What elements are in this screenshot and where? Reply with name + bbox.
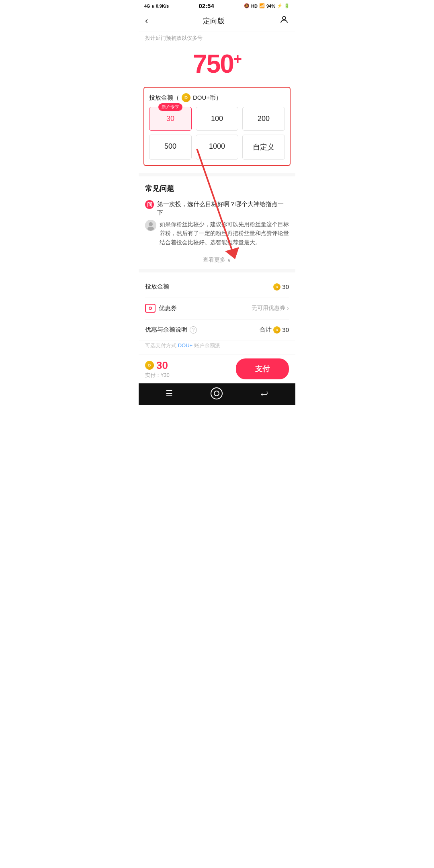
summary-amount-number: 30: [282, 283, 289, 290]
coupon-label: 优惠券: [145, 304, 177, 313]
time-display: 02:54: [199, 2, 214, 9]
page-title: 定向版: [203, 16, 225, 26]
dou-icon-bottom: [145, 361, 154, 370]
faq-question: 问 第一次投，选什么目标好啊？哪个大神给指点一下: [145, 200, 289, 217]
chevron-down-icon: ∨: [227, 257, 231, 263]
divider-2: [139, 269, 295, 272]
back-button[interactable]: ‹: [145, 16, 148, 26]
menu-icon[interactable]: ☰: [166, 389, 173, 398]
pay-button[interactable]: 支付: [236, 358, 289, 379]
coupon-row[interactable]: 优惠券 无可用优惠券 ›: [145, 297, 289, 319]
battery-icon: ⚡: [277, 3, 283, 8]
svg-point-0: [283, 16, 286, 20]
faq-question-text: 第一次投，选什么目标好啊？哪个大神给指点一下: [157, 200, 289, 217]
big-number-row: 750+: [139, 43, 295, 87]
amount-section: 投放金额（ DOU+币） 新户专享 30 100 200 500 1000 自定…: [143, 87, 291, 166]
amount-value-1000: 1000: [209, 142, 225, 150]
subtitle-text: 投计延门预初效以仪多号: [145, 35, 203, 41]
see-more-text: 查看更多: [203, 256, 225, 264]
coupon-icon-inner: [149, 307, 152, 310]
coupon-value: 无可用优惠券 ›: [252, 305, 289, 312]
amount-label: 投放金额（ DOU+币）: [149, 93, 285, 102]
answer-avatar: [145, 220, 156, 231]
faq-answer: 如果你粉丝比较少，建议你可以先用粉丝量这个目标养粉，然后有了一定的粉丝再把粉丝量…: [145, 220, 289, 247]
amount-value-100: 100: [211, 115, 223, 123]
amount-option-1000[interactable]: 1000: [196, 135, 238, 160]
profile-button[interactable]: [279, 15, 289, 27]
discount-number: 30: [282, 326, 289, 333]
nav-bar: ‹ 定向版: [139, 11, 295, 31]
question-badge: 问: [145, 200, 154, 209]
bottom-price-sub: 实付：¥30: [145, 372, 170, 379]
bottom-price-main: 30: [145, 359, 170, 372]
dou-coin-icon: [182, 93, 190, 102]
home-bar: ☰ ⮐: [139, 383, 295, 405]
signal-text: 4G: [144, 4, 150, 8]
coupon-label-text: 优惠券: [159, 305, 177, 312]
speed-text: 0.9K/s: [156, 4, 169, 8]
coupon-value-text: 无可用优惠券: [252, 305, 285, 312]
help-icon[interactable]: ?: [190, 326, 197, 334]
svg-point-3: [147, 227, 154, 231]
amount-option-30[interactable]: 新户专享 30: [149, 107, 192, 131]
amount-option-100[interactable]: 100: [196, 107, 238, 131]
amount-value-200: 200: [258, 115, 270, 123]
faq-title: 常见问题: [145, 184, 289, 193]
summary-amount-row: 投放金额 30: [145, 276, 289, 297]
dou-icon-small: [273, 283, 280, 291]
dou-link[interactable]: DOU+: [178, 342, 192, 348]
faq-item-1: 问 第一次投，选什么目标好啊？哪个大神给指点一下 如果你粉丝比较少，建议你可以先…: [145, 200, 289, 247]
amount-value-30: 30: [166, 115, 174, 123]
home-icon[interactable]: [211, 387, 223, 399]
subtitle-row: 投计延门预初效以仪多号: [139, 31, 295, 43]
big-number: 750+: [193, 49, 241, 78]
summary-amount-value: 30: [273, 283, 289, 291]
hd-label: HD: [251, 4, 258, 8]
coupon-icon: [145, 304, 156, 313]
summary-amount-label: 投放金额: [145, 283, 169, 291]
discount-row: 优惠与余额说明 ? 合计 30: [145, 319, 289, 340]
see-more-button[interactable]: 查看更多 ∨: [145, 252, 289, 265]
amount-value-custom: 自定义: [253, 143, 274, 151]
faq-section: 常见问题 问 第一次投，选什么目标好啊？哪个大神给指点一下 如果你粉丝比较少，建…: [139, 176, 295, 269]
dou-icon-discount: [273, 326, 280, 334]
amount-grid: 新户专享 30 100 200 500 1000 自定义: [149, 107, 285, 160]
bottom-bar: 30 实付：¥30 支付: [139, 354, 295, 383]
amount-option-custom[interactable]: 自定义: [242, 135, 285, 160]
svg-point-2: [149, 222, 153, 226]
discount-label-text: 优惠与余额说明: [145, 326, 187, 334]
summary-section: 投放金额 30 优惠券 无可用优惠券 › 优惠与余额说明 ? 合计 30: [139, 272, 295, 340]
bottom-hint: 可选支付方式 DOU+ 账户余额派: [139, 340, 295, 354]
discount-value: 合计 30: [260, 326, 289, 334]
status-right: 🔕 HD 📶 94% ⚡ 🔋: [244, 3, 290, 8]
chevron-right-icon: ›: [287, 305, 289, 312]
wifi-icon: 📶: [259, 3, 265, 8]
back-icon[interactable]: ⮐: [260, 389, 268, 398]
alarm-icon: 🔕: [244, 3, 250, 8]
bottom-price-number: 30: [156, 359, 168, 372]
status-bar: 4G ᵢₗₗ 0.9K/s 02:54 🔕 HD 📶 94% ⚡ 🔋: [139, 0, 295, 11]
new-user-badge: 新户专享: [158, 103, 182, 111]
signal-bars: ᵢₗₗ: [152, 3, 154, 9]
discount-label: 优惠与余额说明 ?: [145, 326, 197, 334]
battery-text: 94%: [266, 4, 275, 8]
amount-value-500: 500: [164, 142, 176, 150]
bottom-price: 30 实付：¥30: [145, 359, 170, 379]
faq-answer-text: 如果你粉丝比较少，建议你可以先用粉丝量这个目标养粉，然后有了一定的粉丝再把粉丝量…: [160, 220, 289, 247]
battery-bar: 🔋: [284, 3, 290, 8]
discount-prefix: 合计: [260, 326, 272, 334]
amount-option-200[interactable]: 200: [242, 107, 285, 131]
amount-option-500[interactable]: 500: [149, 135, 192, 160]
divider-1: [139, 173, 295, 176]
status-left: 4G ᵢₗₗ 0.9K/s: [144, 3, 169, 9]
